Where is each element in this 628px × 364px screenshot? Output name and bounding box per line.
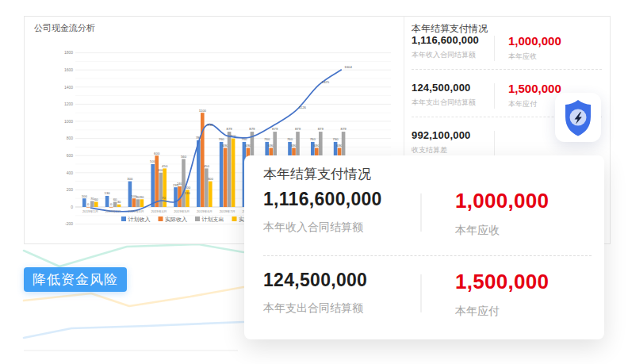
payable-label: 本年应付 (455, 305, 549, 319)
svg-text:计划支出: 计划支出 (202, 216, 224, 223)
decor-line-2 (24, 322, 243, 338)
svg-text:60: 60 (94, 197, 98, 201)
svg-text:879: 879 (227, 127, 233, 131)
svg-text:计划收入: 计划收入 (128, 216, 151, 223)
shield-lightning-icon (555, 93, 601, 142)
svg-text:70: 70 (162, 196, 166, 200)
payable-value: 1,500,000 (508, 82, 561, 95)
svg-text:2019年6月: 2019年6月 (197, 209, 213, 213)
svg-text:1600: 1600 (64, 67, 73, 72)
svg-text:760: 760 (310, 137, 316, 141)
security-card (555, 93, 601, 142)
svg-text:1604: 1604 (344, 65, 352, 69)
risk-badge: 降低资金风险 (24, 267, 127, 292)
svg-text:879: 879 (272, 127, 278, 131)
svg-text:0: 0 (110, 202, 113, 206)
svg-text:2019年1月: 2019年1月 (82, 209, 98, 213)
overlay-row-income: 1,116,600,000 本年收入合同结算额 1,000,000 本年应收 (263, 189, 588, 235)
svg-text:600: 600 (67, 153, 74, 158)
column-divider (420, 274, 422, 312)
svg-text:0: 0 (71, 205, 73, 209)
svg-text:560: 560 (181, 155, 187, 159)
svg-text:实际收入: 实际收入 (165, 216, 187, 223)
svg-text:450: 450 (162, 164, 168, 168)
row-separator (263, 255, 592, 256)
svg-text:1126: 1126 (299, 105, 307, 109)
svg-text:1425: 1425 (322, 80, 330, 84)
receivable-label: 本年应收 (455, 224, 549, 238)
svg-text:130: 130 (185, 191, 191, 195)
svg-text:0: 0 (87, 202, 90, 206)
overlay-row-expense: 124,500,000 本年支出合同结算额 1,500,000 本年应付 (263, 270, 588, 316)
payable-label: 本年应付 (508, 99, 561, 109)
svg-text:760: 760 (264, 137, 270, 141)
svg-text:2019年4月: 2019年4月 (151, 209, 167, 213)
svg-text:879: 879 (295, 127, 301, 131)
svg-text:2019年7月: 2019年7月 (220, 209, 236, 213)
svg-text:2019年5月: 2019年5月 (174, 209, 190, 213)
svg-text:450: 450 (204, 164, 210, 168)
svg-text:879: 879 (341, 127, 347, 131)
svg-text:760: 760 (219, 137, 225, 141)
svg-text:879: 879 (249, 127, 255, 131)
decor-line-0 (24, 244, 243, 266)
svg-text:200: 200 (67, 187, 74, 192)
svg-text:300: 300 (208, 177, 214, 181)
chart-legend: 计划收入实际收入计划支出实际支出 (121, 216, 261, 223)
column-divider (494, 83, 495, 109)
svg-text:400: 400 (67, 171, 74, 175)
svg-text:2019年3月: 2019年3月 (128, 209, 144, 213)
column-divider (420, 193, 422, 232)
svg-text:90: 90 (140, 195, 144, 199)
svg-text:760: 760 (287, 137, 293, 141)
svg-text:1200: 1200 (64, 102, 73, 106)
dashboard-page: 公司现金流分析 -2000200400600800100012001400160… (0, 0, 628, 364)
settlement-overlay-card: 本年结算支付情况 1,116,600,000 本年收入合同结算额 1,000,0… (244, 155, 604, 339)
svg-text:2019年2月: 2019年2月 (105, 209, 121, 213)
svg-text:930: 930 (208, 123, 214, 127)
svg-text:-200: -200 (65, 221, 73, 226)
svg-text:800: 800 (67, 136, 74, 140)
svg-text:30: 30 (117, 200, 121, 204)
svg-text:879: 879 (318, 127, 324, 131)
panel-row-income: 1,116,600,000 本年收入合同结算额 1,000,000 本年应收 (412, 34, 607, 60)
svg-text:300: 300 (127, 177, 133, 181)
svg-text:1400: 1400 (64, 85, 73, 90)
receivable-value: 1,000,000 (455, 189, 549, 213)
row-separator (412, 69, 602, 70)
svg-text:130: 130 (105, 191, 111, 195)
svg-text:1000: 1000 (64, 119, 73, 124)
svg-text:1800: 1800 (64, 50, 73, 55)
svg-text:1100: 1100 (199, 109, 207, 113)
payable-value: 1,500,000 (455, 270, 549, 294)
balance-label: 收支结算差 (412, 145, 607, 155)
receivable-value: 1,000,000 (508, 34, 561, 48)
column-divider (494, 36, 495, 61)
column-divider (494, 131, 495, 156)
svg-text:100: 100 (82, 194, 88, 198)
receivable-label: 本年应收 (508, 52, 561, 62)
svg-text:600: 600 (154, 151, 160, 155)
overlay-title: 本年结算支付情况 (263, 165, 371, 183)
svg-text:760: 760 (333, 137, 339, 141)
